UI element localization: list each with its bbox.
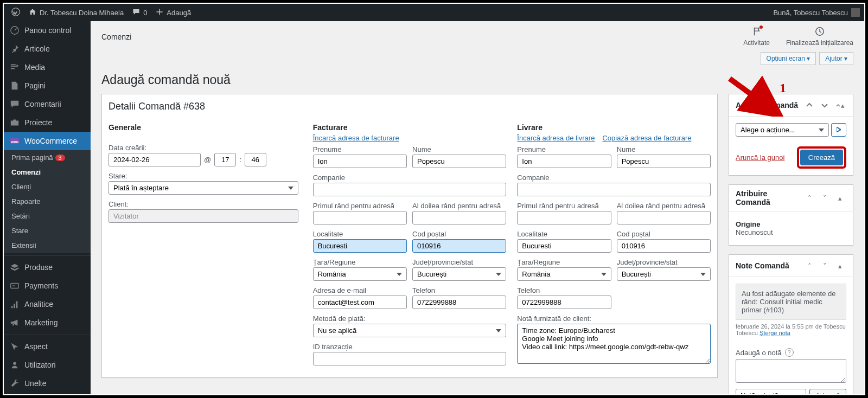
menu-comments[interactable]: Comentarii bbox=[4, 95, 91, 113]
billing-postcode-input[interactable] bbox=[412, 239, 506, 253]
billing-state-select[interactable]: București bbox=[412, 267, 506, 281]
general-heading: Generale bbox=[108, 123, 302, 132]
customer-note-textarea[interactable] bbox=[517, 324, 711, 364]
billing-lastname-label: Nume bbox=[412, 145, 506, 153]
menu-woocommerce[interactable]: wooWooCommerce bbox=[4, 132, 91, 150]
toggle-collapse-icon[interactable]: ▴ bbox=[833, 191, 846, 204]
shipping-state-select[interactable]: București bbox=[617, 267, 711, 281]
toggle-collapse-icon[interactable]: ▴ bbox=[833, 259, 846, 272]
comments-link[interactable]: 0 bbox=[128, 4, 151, 21]
billing-firstname-input[interactable] bbox=[313, 155, 407, 168]
menu-posts[interactable]: Articole bbox=[4, 40, 91, 58]
menu-appearance[interactable]: Aspect bbox=[4, 337, 91, 356]
site-link[interactable]: Dr. Tobescu Doina Mihaela bbox=[24, 4, 128, 21]
customer-note-label: Notă furnizată de client: bbox=[517, 314, 711, 323]
trash-link[interactable]: Aruncă la gunoi bbox=[736, 153, 784, 162]
shipping-addr2-input[interactable] bbox=[617, 211, 711, 224]
add-note-button[interactable]: Adaugă bbox=[809, 389, 846, 394]
annotation-label: 1 bbox=[780, 81, 786, 95]
clock-icon bbox=[815, 27, 825, 38]
chevron-down-icon[interactable] bbox=[818, 99, 831, 112]
screen-options-button[interactable]: Opțiuni ecran ▾ bbox=[761, 52, 816, 65]
menu-media[interactable]: Media bbox=[4, 58, 91, 76]
status-select[interactable]: Plată în așteptare bbox=[108, 181, 298, 195]
finish-setup-label: Finalizează inițializarea bbox=[786, 39, 853, 47]
submenu-status[interactable]: Stare bbox=[4, 223, 91, 238]
shipping-postcode-input[interactable] bbox=[617, 239, 711, 253]
menu-projects[interactable]: Proiecte bbox=[4, 113, 91, 132]
help-icon[interactable]: ? bbox=[785, 348, 794, 357]
menu-label: Pagini bbox=[24, 81, 46, 90]
submenu-reports[interactable]: Rapoarte bbox=[4, 194, 91, 209]
choose-action-select[interactable]: Alege o acțiune... bbox=[736, 123, 829, 137]
menu-analytics[interactable]: Analitice bbox=[4, 295, 91, 313]
colon: : bbox=[239, 156, 241, 164]
shipping-country-select[interactable]: România bbox=[517, 267, 611, 281]
billing-city-label: Localitate bbox=[313, 230, 407, 238]
shipping-addr1-input[interactable] bbox=[517, 211, 611, 224]
create-button[interactable]: Creează bbox=[800, 150, 843, 165]
billing-lastname-input[interactable] bbox=[412, 155, 506, 168]
billing-country-select[interactable]: România bbox=[313, 267, 407, 281]
menu-dashboard[interactable]: Panou control bbox=[4, 21, 91, 40]
flag-icon bbox=[752, 27, 762, 38]
user-menu[interactable]: Bună, Tobescu Tobescu bbox=[773, 8, 864, 17]
shipping-company-input[interactable] bbox=[517, 183, 711, 196]
shipping-city-input[interactable] bbox=[517, 239, 611, 253]
txid-input[interactable] bbox=[313, 352, 507, 365]
minute-input[interactable] bbox=[245, 153, 266, 166]
chevron-down-icon[interactable]: ˅ bbox=[818, 191, 831, 204]
help-button[interactable]: Ajutor ▾ bbox=[819, 52, 853, 65]
billing-addr1-input[interactable] bbox=[313, 211, 407, 224]
chevron-down-icon[interactable]: ˅ bbox=[818, 259, 831, 272]
activity-button[interactable]: Activitate bbox=[743, 27, 770, 47]
submenu-orders[interactable]: Comenzi bbox=[4, 165, 91, 179]
menu-marketing[interactable]: Marketing bbox=[4, 313, 91, 332]
billing-email-input[interactable] bbox=[313, 296, 407, 309]
wp-logo[interactable] bbox=[7, 4, 24, 21]
shipping-phone-input[interactable] bbox=[517, 296, 611, 309]
delete-note-link[interactable]: Șterge nota bbox=[760, 330, 790, 336]
billing-company-input[interactable] bbox=[313, 183, 507, 196]
submenu-label: Clienți bbox=[11, 183, 31, 191]
add-new-label: Adaugă bbox=[167, 9, 191, 17]
toggle-collapse-icon[interactable]: ▴ bbox=[833, 99, 846, 112]
billing-addr1-label: Primul rând pentru adresă bbox=[313, 202, 407, 210]
chevron-up-icon[interactable] bbox=[803, 99, 816, 112]
shipping-lastname-input[interactable] bbox=[617, 155, 711, 168]
menu-pages[interactable]: Pagini bbox=[4, 76, 91, 95]
submenu-customers[interactable]: Clienți bbox=[4, 179, 91, 194]
add-note-textarea[interactable] bbox=[736, 359, 846, 383]
greeting-text: Bună, Tobescu Tobescu bbox=[773, 9, 848, 17]
apply-action-button[interactable] bbox=[831, 123, 846, 137]
chevron-up-icon[interactable]: ˄ bbox=[803, 191, 816, 204]
submenu-extensions[interactable]: Extensii bbox=[4, 238, 91, 253]
tools-icon bbox=[9, 378, 20, 389]
plus-icon bbox=[156, 8, 163, 17]
finish-setup-button[interactable]: Finalizează inițializarea bbox=[786, 27, 853, 47]
note-type-select[interactable]: Notă privată bbox=[736, 389, 806, 394]
date-created-input[interactable] bbox=[108, 153, 201, 166]
load-billing-link[interactable]: Încarcă adresa de facturare bbox=[313, 134, 399, 142]
payment-method-select[interactable]: Nu se aplică bbox=[313, 324, 507, 337]
new-content-link[interactable]: Adaugă bbox=[151, 4, 195, 21]
submenu-home[interactable]: Prima pagină3 bbox=[4, 150, 91, 165]
billing-phone-input[interactable] bbox=[412, 296, 506, 309]
billing-city-input[interactable] bbox=[313, 239, 407, 253]
copy-billing-link[interactable]: Copiază adresa de facturare bbox=[602, 134, 691, 142]
payments-icon bbox=[9, 280, 20, 291]
menu-tools[interactable]: Unelte bbox=[4, 374, 91, 393]
menu-payments[interactable]: Payments bbox=[4, 277, 91, 295]
pin-icon bbox=[9, 43, 20, 54]
menu-products[interactable]: Produse bbox=[4, 258, 91, 277]
chevron-up-icon[interactable]: ˄ bbox=[803, 259, 816, 272]
load-shipping-link[interactable]: Încarcă adresa de livrare bbox=[517, 134, 595, 142]
admin-sidebar: Panou control Articole Media Pagini Come… bbox=[4, 21, 91, 394]
hour-input[interactable] bbox=[214, 153, 236, 166]
billing-addr2-input[interactable] bbox=[412, 211, 506, 224]
customer-select[interactable]: Vizitator bbox=[108, 209, 298, 223]
billing-firstname-label: Prenume bbox=[313, 145, 407, 153]
submenu-settings[interactable]: Setări bbox=[4, 209, 91, 223]
menu-users[interactable]: Utilizatori bbox=[4, 356, 91, 374]
shipping-firstname-input[interactable] bbox=[517, 155, 611, 168]
